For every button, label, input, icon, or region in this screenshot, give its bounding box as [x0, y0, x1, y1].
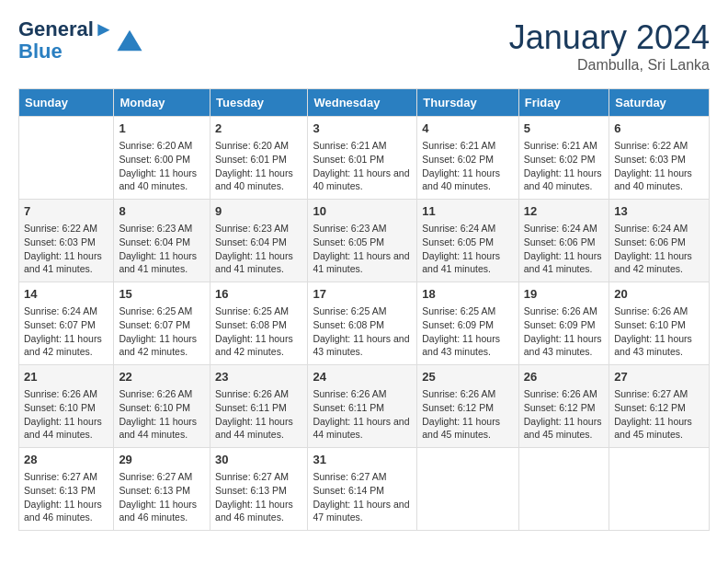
logo-text: General►Blue [18, 18, 114, 63]
calendar-cell [417, 448, 519, 531]
calendar-cell [609, 448, 710, 531]
day-number: 24 [313, 369, 412, 385]
calendar-cell [19, 117, 114, 200]
calendar-week-row: 28Sunrise: 6:27 AMSunset: 6:13 PMDayligh… [19, 448, 710, 531]
calendar-header-row: SundayMondayTuesdayWednesdayThursdayFrid… [19, 89, 710, 117]
calendar-week-row: 21Sunrise: 6:26 AMSunset: 6:10 PMDayligh… [19, 365, 710, 448]
calendar-table: SundayMondayTuesdayWednesdayThursdayFrid… [18, 88, 710, 531]
day-number: 5 [524, 121, 604, 137]
calendar-cell: 7Sunrise: 6:22 AMSunset: 6:03 PMDaylight… [19, 200, 114, 282]
title-block: January 2024 Dambulla, Sri Lanka [509, 18, 710, 74]
day-number: 9 [215, 203, 302, 220]
day-info: Sunrise: 6:26 AMSunset: 6:10 PMDaylight:… [119, 387, 205, 442]
day-info: Sunrise: 6:23 AMSunset: 6:04 PMDaylight:… [119, 222, 205, 276]
day-info: Sunrise: 6:25 AMSunset: 6:07 PMDaylight:… [119, 304, 205, 359]
calendar-cell: 2Sunrise: 6:20 AMSunset: 6:01 PMDaylight… [210, 117, 308, 200]
day-info: Sunrise: 6:26 AMSunset: 6:11 PMDaylight:… [313, 387, 412, 442]
day-number: 4 [422, 121, 514, 137]
calendar-cell: 27Sunrise: 6:27 AMSunset: 6:12 PMDayligh… [609, 365, 710, 448]
calendar-cell: 11Sunrise: 6:24 AMSunset: 6:05 PMDayligh… [417, 200, 519, 282]
calendar-cell: 23Sunrise: 6:26 AMSunset: 6:11 PMDayligh… [210, 365, 308, 448]
day-info: Sunrise: 6:24 AMSunset: 6:05 PMDaylight:… [422, 222, 514, 276]
calendar-cell: 15Sunrise: 6:25 AMSunset: 6:07 PMDayligh… [114, 282, 210, 365]
calendar-cell: 4Sunrise: 6:21 AMSunset: 6:02 PMDaylight… [417, 117, 519, 200]
calendar-cell: 1Sunrise: 6:20 AMSunset: 6:00 PMDaylight… [114, 117, 210, 200]
day-info: Sunrise: 6:27 AMSunset: 6:13 PMDaylight:… [119, 470, 205, 524]
calendar-day-header: Friday [518, 89, 609, 117]
day-info: Sunrise: 6:26 AMSunset: 6:12 PMDaylight:… [422, 387, 514, 442]
calendar-cell: 9Sunrise: 6:23 AMSunset: 6:04 PMDaylight… [210, 200, 308, 282]
calendar-cell: 8Sunrise: 6:23 AMSunset: 6:04 PMDaylight… [114, 200, 210, 282]
day-number: 30 [215, 452, 302, 468]
page-header: General►Blue January 2024 Dambulla, Sri … [18, 18, 710, 74]
calendar-week-row: 14Sunrise: 6:24 AMSunset: 6:07 PMDayligh… [19, 282, 710, 365]
calendar-day-header: Saturday [609, 89, 710, 117]
day-number: 25 [422, 369, 514, 385]
day-number: 12 [524, 203, 604, 220]
day-number: 18 [422, 286, 514, 303]
day-number: 19 [524, 286, 604, 303]
day-info: Sunrise: 6:26 AMSunset: 6:09 PMDaylight:… [524, 304, 604, 359]
month-title: January 2024 [509, 18, 710, 57]
day-info: Sunrise: 6:21 AMSunset: 6:01 PMDaylight:… [313, 139, 412, 193]
calendar-cell: 29Sunrise: 6:27 AMSunset: 6:13 PMDayligh… [114, 448, 210, 531]
day-info: Sunrise: 6:26 AMSunset: 6:10 PMDaylight:… [614, 304, 704, 359]
calendar-day-header: Sunday [19, 89, 114, 117]
day-info: Sunrise: 6:22 AMSunset: 6:03 PMDaylight:… [24, 222, 108, 276]
calendar-cell: 24Sunrise: 6:26 AMSunset: 6:11 PMDayligh… [308, 365, 417, 448]
calendar-cell: 30Sunrise: 6:27 AMSunset: 6:13 PMDayligh… [210, 448, 308, 531]
day-info: Sunrise: 6:27 AMSunset: 6:13 PMDaylight:… [215, 470, 302, 524]
calendar-day-header: Thursday [417, 89, 519, 117]
calendar-cell: 3Sunrise: 6:21 AMSunset: 6:01 PMDaylight… [308, 117, 417, 200]
day-info: Sunrise: 6:24 AMSunset: 6:06 PMDaylight:… [614, 222, 704, 276]
calendar-cell [518, 448, 609, 531]
day-info: Sunrise: 6:25 AMSunset: 6:09 PMDaylight:… [422, 304, 514, 359]
day-number: 7 [24, 203, 108, 220]
day-info: Sunrise: 6:27 AMSunset: 6:13 PMDaylight:… [24, 470, 108, 524]
calendar-cell: 18Sunrise: 6:25 AMSunset: 6:09 PMDayligh… [417, 282, 519, 365]
day-info: Sunrise: 6:20 AMSunset: 6:01 PMDaylight:… [215, 139, 302, 193]
day-info: Sunrise: 6:26 AMSunset: 6:11 PMDaylight:… [215, 387, 302, 442]
calendar-body: 1Sunrise: 6:20 AMSunset: 6:00 PMDaylight… [19, 117, 710, 531]
day-info: Sunrise: 6:24 AMSunset: 6:06 PMDaylight:… [524, 222, 604, 276]
day-info: Sunrise: 6:27 AMSunset: 6:12 PMDaylight:… [614, 387, 704, 442]
day-number: 6 [614, 121, 704, 137]
day-info: Sunrise: 6:25 AMSunset: 6:08 PMDaylight:… [313, 304, 412, 359]
day-number: 10 [313, 203, 412, 220]
calendar-cell: 26Sunrise: 6:26 AMSunset: 6:12 PMDayligh… [518, 365, 609, 448]
day-info: Sunrise: 6:24 AMSunset: 6:07 PMDaylight:… [24, 304, 108, 359]
day-number: 23 [215, 369, 302, 385]
calendar-cell: 12Sunrise: 6:24 AMSunset: 6:06 PMDayligh… [518, 200, 609, 282]
calendar-cell: 16Sunrise: 6:25 AMSunset: 6:08 PMDayligh… [210, 282, 308, 365]
calendar-week-row: 1Sunrise: 6:20 AMSunset: 6:00 PMDaylight… [19, 117, 710, 200]
day-number: 1 [119, 121, 205, 137]
day-number: 13 [614, 203, 704, 220]
location-subtitle: Dambulla, Sri Lanka [509, 57, 710, 74]
calendar-day-header: Wednesday [308, 89, 417, 117]
calendar-cell: 19Sunrise: 6:26 AMSunset: 6:09 PMDayligh… [518, 282, 609, 365]
day-info: Sunrise: 6:23 AMSunset: 6:04 PMDaylight:… [215, 222, 302, 276]
calendar-cell: 25Sunrise: 6:26 AMSunset: 6:12 PMDayligh… [417, 365, 519, 448]
day-info: Sunrise: 6:23 AMSunset: 6:05 PMDaylight:… [313, 222, 412, 276]
calendar-cell: 13Sunrise: 6:24 AMSunset: 6:06 PMDayligh… [609, 200, 710, 282]
day-number: 11 [422, 203, 514, 220]
day-info: Sunrise: 6:26 AMSunset: 6:12 PMDaylight:… [524, 387, 604, 442]
day-info: Sunrise: 6:22 AMSunset: 6:03 PMDaylight:… [614, 139, 704, 193]
day-number: 26 [524, 369, 604, 385]
day-number: 2 [215, 121, 302, 137]
day-number: 15 [119, 286, 205, 303]
day-info: Sunrise: 6:25 AMSunset: 6:08 PMDaylight:… [215, 304, 302, 359]
day-number: 29 [119, 452, 205, 468]
day-number: 31 [313, 452, 412, 468]
calendar-cell: 10Sunrise: 6:23 AMSunset: 6:05 PMDayligh… [308, 200, 417, 282]
calendar-cell: 28Sunrise: 6:27 AMSunset: 6:13 PMDayligh… [19, 448, 114, 531]
day-info: Sunrise: 6:21 AMSunset: 6:02 PMDaylight:… [524, 139, 604, 193]
calendar-cell: 31Sunrise: 6:27 AMSunset: 6:14 PMDayligh… [308, 448, 417, 531]
day-number: 8 [119, 203, 205, 220]
day-number: 3 [313, 121, 412, 137]
calendar-day-header: Monday [114, 89, 210, 117]
day-info: Sunrise: 6:21 AMSunset: 6:02 PMDaylight:… [422, 139, 514, 193]
day-number: 22 [119, 369, 205, 385]
calendar-cell: 17Sunrise: 6:25 AMSunset: 6:08 PMDayligh… [308, 282, 417, 365]
logo: General►Blue [18, 18, 143, 63]
